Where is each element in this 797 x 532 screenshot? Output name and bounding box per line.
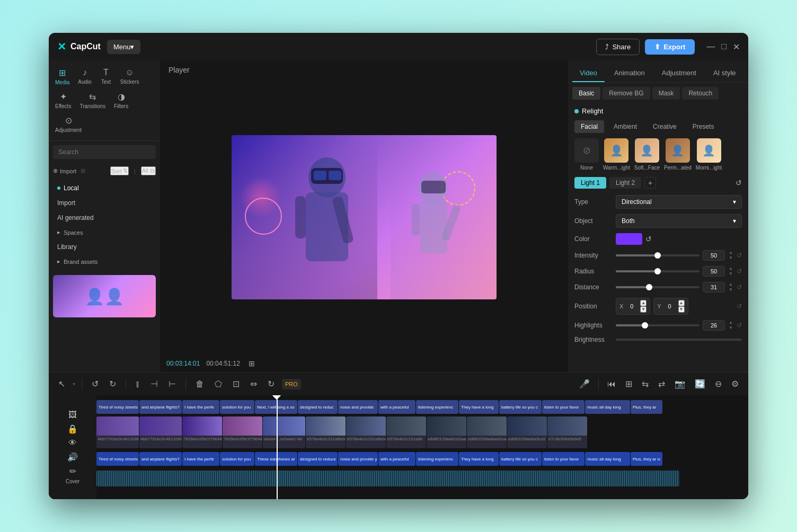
mode-ambient[interactable]: Ambient [607, 120, 643, 133]
undo-button[interactable]: ↺ [88, 377, 102, 391]
main-clip-9[interactable]: e8d85129aa6cd2aad8b6 [427, 416, 466, 448]
audio-track[interactable] [96, 471, 679, 486]
sub-clip-9[interactable]: listening experienc [416, 452, 458, 466]
light-tab-1[interactable]: Light 1 [574, 177, 606, 189]
split-button[interactable]: ⫿ [132, 377, 143, 391]
tool-text[interactable]: T Text [96, 65, 116, 88]
flip-button[interactable]: ⇔ [247, 377, 260, 391]
main-clip-12[interactable]: e7c3b308a9b6d5 [547, 416, 587, 448]
minus-zoom-btn[interactable]: ⊖ [712, 377, 725, 391]
tool-effects[interactable]: ✦ Effects [51, 88, 75, 112]
tool-media[interactable]: ⊞ Media [51, 65, 74, 88]
color-reset-button[interactable]: ↺ [645, 235, 652, 243]
camera-btn[interactable]: 📷 [671, 377, 688, 391]
nav-local[interactable]: Local [49, 181, 160, 196]
distance-value[interactable]: 31 [703, 282, 725, 292]
media-thumb-1[interactable]: 👤👤 [53, 275, 156, 317]
crop-button[interactable]: ⊡ [229, 377, 243, 391]
prev-frame[interactable]: ⏮ [604, 377, 619, 391]
text-clip-1[interactable]: Tired of noisy streets [96, 400, 139, 414]
radius-slider[interactable] [616, 270, 699, 272]
preset-warm[interactable]: 👤 Warm...ight [603, 138, 630, 171]
add-light-button[interactable]: + [644, 177, 656, 189]
tab-video[interactable]: Video [572, 65, 605, 82]
export-button[interactable]: ⬆ Export [645, 39, 695, 55]
preset-soft[interactable]: 👤 Soft...Face [634, 138, 660, 171]
grid-icon[interactable]: ⊞ [249, 359, 255, 368]
sub-clip-13[interactable]: music all day long [585, 452, 630, 466]
text-clip-10[interactable]: They have a long [459, 400, 499, 414]
highlights-value[interactable]: 26 [703, 320, 725, 331]
highlights-down[interactable]: ▼ [728, 325, 733, 331]
sort-button[interactable]: Sort ⇅ [110, 166, 129, 175]
text-clip-2[interactable]: and airplane flights? [139, 400, 182, 414]
sub-clip-14[interactable]: Plus, they ar ic [631, 452, 662, 466]
player-canvas[interactable] [160, 79, 568, 355]
mode-facial[interactable]: Facial [574, 120, 604, 133]
pos-x-down[interactable]: ▼ [640, 306, 647, 313]
delete-button[interactable]: 🗑 [192, 377, 207, 391]
transition-btn[interactable]: ⇆ [639, 377, 652, 391]
main-clip-6[interactable]: b578a4e2c231a6b0a8c [306, 416, 346, 448]
radius-reset[interactable]: ↺ [737, 268, 742, 275]
highlights-slider[interactable] [616, 324, 699, 326]
filter-all-button[interactable]: All ⊟ [141, 166, 156, 175]
mode-presets[interactable]: Presets [686, 120, 721, 133]
main-clip-11[interactable]: ed683299aa6a5cd2 [507, 416, 547, 448]
maximize-button[interactable]: □ [721, 42, 727, 52]
tool-audio[interactable]: ♪ Audio [74, 65, 96, 88]
tab-animation[interactable]: Animation [607, 65, 652, 82]
main-clip-4[interactable]: 7829eec05e1f79648 [223, 416, 262, 448]
split-left-button[interactable]: ⊣ [147, 377, 161, 391]
sub-clip-11[interactable]: battery life so you c [499, 452, 542, 466]
pos-y-up[interactable]: ▲ [678, 300, 685, 306]
preset-morn[interactable]: 👤 Morni...ight [696, 138, 722, 171]
text-clip-11[interactable]: battery life so you c [499, 400, 542, 414]
cursor-tool[interactable]: ↖ [55, 377, 68, 391]
light-tab-2[interactable]: Light 2 [609, 177, 641, 189]
move-btn[interactable]: ⇄ [655, 377, 668, 391]
mode-creative[interactable]: Creative [647, 120, 683, 133]
settings-gear[interactable]: ⚙ [728, 377, 742, 391]
sub-clip-2[interactable]: and airplane flights? [139, 452, 182, 466]
tool-adjustment[interactable]: ⊙ Adjustment [51, 112, 86, 136]
rotate-button[interactable]: ↻ [264, 377, 278, 391]
intensity-value[interactable]: 50 [703, 250, 725, 261]
add-clip-button[interactable]: ⊞ [622, 377, 635, 391]
sub-clip-8[interactable]: with a peaceful [378, 452, 415, 466]
position-reset[interactable]: ↺ [737, 303, 742, 310]
text-clip-14[interactable]: Plus, they ar [631, 400, 662, 414]
sub-clip-6[interactable]: designed to reduce [298, 452, 338, 466]
radius-down[interactable]: ▼ [728, 271, 733, 277]
highlights-up[interactable]: ▲ [728, 320, 733, 325]
subtab-mask[interactable]: Mask [652, 87, 680, 100]
brightness-slider[interactable] [616, 339, 742, 341]
intensity-slider[interactable] [616, 254, 699, 256]
distance-reset[interactable]: ↺ [737, 283, 742, 291]
text-clip-12[interactable]: listen to your favor [542, 400, 585, 414]
share-button[interactable]: ⤴ Share [596, 39, 640, 55]
import-button[interactable]: ⊕ Import [53, 167, 76, 174]
main-clip-3[interactable]: 7829eec05e1f79648 [182, 416, 222, 448]
sub-clip-7[interactable]: noise and provide y [338, 452, 378, 466]
intensity-reset[interactable]: ↺ [737, 252, 742, 259]
preset-perm[interactable]: 👤 Perm...ated [664, 138, 692, 171]
close-button[interactable]: ✕ [733, 42, 740, 52]
distance-up[interactable]: ▲ [728, 282, 733, 287]
search-input[interactable] [53, 145, 156, 159]
menu-button[interactable]: Menu▾ [107, 40, 141, 54]
text-clip-5[interactable]: Next, I will sing a so [255, 400, 297, 414]
type-dropdown[interactable]: Directional ▾ [616, 195, 742, 209]
intensity-up[interactable]: ▲ [728, 250, 733, 255]
pos-y-down[interactable]: ▼ [678, 306, 685, 313]
preset-none[interactable]: ⊘ None [574, 138, 599, 171]
mic-button[interactable]: 🎤 [576, 377, 593, 391]
lock-button[interactable]: 🔒 [67, 424, 78, 434]
text-clip-8[interactable]: with a peaceful [378, 400, 415, 414]
tab-adjustment[interactable]: Adjustment [654, 65, 704, 82]
cover-button[interactable]: ✏ Cover [66, 466, 80, 484]
nav-brand-assets[interactable]: ▸ Brand assets [49, 254, 160, 269]
text-clip-3[interactable]: I have the perfe [182, 400, 219, 414]
object-dropdown[interactable]: Both ▾ [616, 214, 742, 228]
nav-ai-generated[interactable]: AI generated [49, 210, 160, 225]
